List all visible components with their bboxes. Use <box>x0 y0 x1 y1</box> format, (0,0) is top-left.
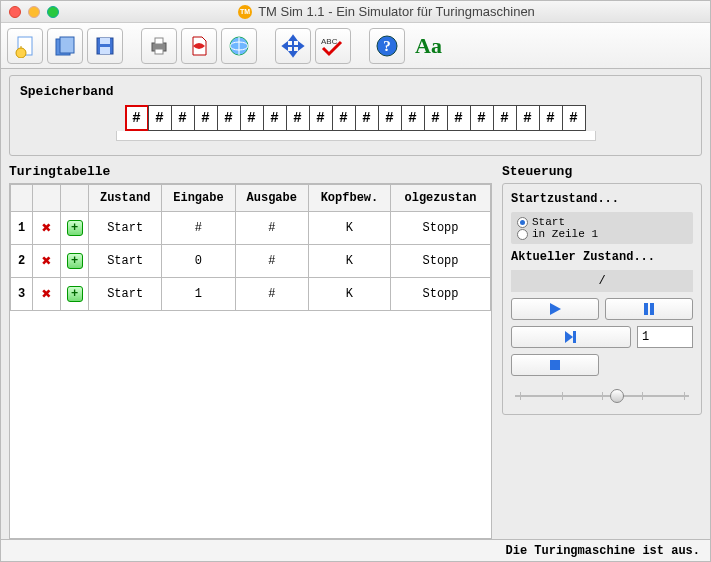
font-button[interactable]: Aa <box>415 33 442 59</box>
radio-line1[interactable]: in Zeile 1 <box>517 228 687 240</box>
tape-cell[interactable]: # <box>194 105 218 131</box>
delete-row-button[interactable]: ✖ <box>33 212 61 245</box>
tape-cell[interactable]: # <box>447 105 471 131</box>
step-count-input[interactable]: 1 <box>637 326 693 348</box>
window-controls <box>9 6 59 18</box>
svg-marker-20 <box>299 43 303 49</box>
column-header: Zustand <box>89 185 162 212</box>
cell-ausgabe[interactable]: # <box>235 212 308 245</box>
tape-cell[interactable]: # <box>240 105 264 131</box>
svg-marker-27 <box>565 331 573 343</box>
cell-kopfbew[interactable]: K <box>308 212 390 245</box>
table-label: Turingtabelle <box>9 164 492 179</box>
play-button[interactable] <box>511 298 599 320</box>
table-row: 2✖+Start0#KStopp <box>11 245 491 278</box>
cell-kopfbew[interactable]: K <box>308 245 390 278</box>
row-number: 1 <box>11 212 33 245</box>
add-row-button[interactable]: + <box>61 245 89 278</box>
delete-row-button[interactable]: ✖ <box>33 278 61 311</box>
cell-folgezustand[interactable]: Stopp <box>391 212 491 245</box>
new-button[interactable] <box>7 28 43 64</box>
status-text: Die Turingmaschine ist aus. <box>506 544 700 558</box>
tape-cell[interactable]: # <box>424 105 448 131</box>
tape-cell[interactable]: # <box>355 105 379 131</box>
spellcheck-button[interactable]: ABC <box>315 28 351 64</box>
radio-start-label: Start <box>532 216 565 228</box>
table-row: 1✖+Start##KStopp <box>11 212 491 245</box>
column-header <box>33 185 61 212</box>
svg-text:ABC: ABC <box>321 37 338 46</box>
tape-cell[interactable]: # <box>286 105 310 131</box>
radio-start[interactable]: Start <box>517 216 687 228</box>
delete-row-button[interactable]: ✖ <box>33 245 61 278</box>
column-header: Ausgabe <box>235 185 308 212</box>
tape-cell[interactable]: # <box>332 105 356 131</box>
svg-marker-19 <box>283 43 287 49</box>
svg-marker-17 <box>290 36 296 40</box>
tape-label: Speicherband <box>20 84 691 99</box>
tape-cell[interactable]: # <box>562 105 586 131</box>
tape[interactable]: #################### <box>20 105 691 131</box>
svg-rect-7 <box>100 38 110 44</box>
svg-rect-11 <box>155 49 163 54</box>
control-label: Steuerung <box>502 164 702 179</box>
window-title: TM Sim 1.1 - Ein Simulator für Turingmas… <box>258 4 535 19</box>
tape-cell[interactable]: # <box>470 105 494 131</box>
app-badge-icon: TM <box>238 5 252 19</box>
toolbar: ABC ? Aa <box>1 23 710 69</box>
step-button[interactable] <box>511 326 631 348</box>
svg-marker-24 <box>550 303 561 315</box>
cell-ausgabe[interactable]: # <box>235 278 308 311</box>
web-button[interactable] <box>221 28 257 64</box>
pdf-button[interactable] <box>181 28 217 64</box>
tape-cell[interactable]: # <box>148 105 172 131</box>
delete-icon: ✖ <box>42 284 52 304</box>
save-button[interactable] <box>87 28 123 64</box>
add-row-button[interactable]: + <box>61 212 89 245</box>
step-count-value: 1 <box>642 330 649 344</box>
cell-folgezustand[interactable]: Stopp <box>391 278 491 311</box>
tape-cell[interactable]: # <box>217 105 241 131</box>
current-state-value: / <box>511 270 693 292</box>
tape-cell[interactable]: # <box>125 105 149 131</box>
speed-slider[interactable] <box>511 386 693 406</box>
cell-folgezustand[interactable]: Stopp <box>391 245 491 278</box>
print-button[interactable] <box>141 28 177 64</box>
svg-marker-18 <box>290 52 296 56</box>
zoom-icon[interactable] <box>47 6 59 18</box>
add-row-button[interactable]: + <box>61 278 89 311</box>
tape-cell[interactable]: # <box>263 105 287 131</box>
cell-ausgabe[interactable]: # <box>235 245 308 278</box>
stop-button[interactable] <box>511 354 599 376</box>
start-state-group: Start in Zeile 1 <box>511 212 693 244</box>
tape-cell[interactable]: # <box>516 105 540 131</box>
slider-thumb-icon <box>610 389 624 403</box>
tape-cell[interactable]: # <box>493 105 517 131</box>
control-panel: Startzustand... Start in Zeile 1 Aktuell… <box>502 183 702 415</box>
open-button[interactable] <box>47 28 83 64</box>
cell-zustand[interactable]: Start <box>89 212 162 245</box>
cell-zustand[interactable]: Start <box>89 245 162 278</box>
cell-eingabe[interactable]: 0 <box>162 245 235 278</box>
tape-cell[interactable]: # <box>171 105 195 131</box>
tape-cell[interactable]: # <box>378 105 402 131</box>
help-button[interactable]: ? <box>369 28 405 64</box>
cell-kopfbew[interactable]: K <box>308 278 390 311</box>
tape-cell[interactable]: # <box>539 105 563 131</box>
svg-rect-10 <box>155 38 163 44</box>
tape-panel: Speicherband #################### <box>9 75 702 156</box>
titlebar: TM TM Sim 1.1 - Ein Simulator für Turing… <box>1 1 710 23</box>
minimize-icon[interactable] <box>28 6 40 18</box>
plus-icon: + <box>67 286 83 302</box>
move-button[interactable] <box>275 28 311 64</box>
cell-eingabe[interactable]: 1 <box>162 278 235 311</box>
cell-zustand[interactable]: Start <box>89 278 162 311</box>
tape-cell[interactable]: # <box>309 105 333 131</box>
turing-table: ZustandEingabeAusgabeKopfbew.olgezustan … <box>9 183 492 539</box>
tape-cell[interactable]: # <box>401 105 425 131</box>
svg-rect-26 <box>650 303 654 315</box>
close-icon[interactable] <box>9 6 21 18</box>
delete-icon: ✖ <box>42 251 52 271</box>
pause-button[interactable] <box>605 298 693 320</box>
cell-eingabe[interactable]: # <box>162 212 235 245</box>
